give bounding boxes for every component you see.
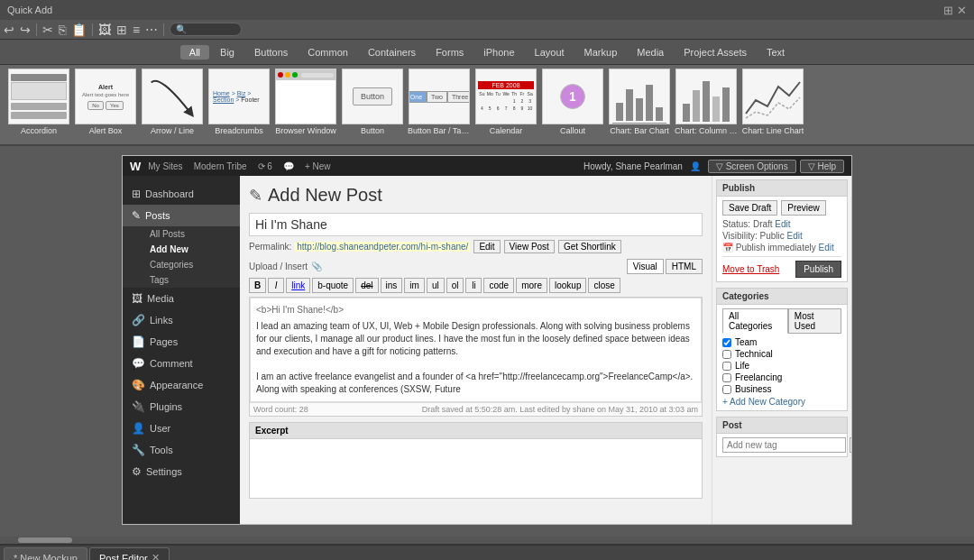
wp-menu-comment[interactable]: 💬 Comment	[123, 353, 240, 374]
paste-icon[interactable]: 📋	[71, 23, 87, 37]
wp-submenu-categories[interactable]: Categories	[141, 257, 240, 272]
wp-code-area[interactable]: <b>Hi I'm Shane!</b> I lead an amazing t…	[250, 298, 702, 402]
publish-time-edit[interactable]: Edit	[819, 243, 834, 252]
wp-nav-updates[interactable]: ⟳ 6	[258, 161, 272, 171]
move-to-trash-link[interactable]: Move to Trash	[722, 264, 779, 274]
comp-calendar[interactable]: FEB 2008 SuMoTu WeThFrSa 123 456 78910 C…	[474, 69, 538, 135]
wp-menu-tools[interactable]: 🔧 Tools	[123, 439, 240, 461]
wp-screen-options-btn[interactable]: ▽ Screen Options	[708, 160, 796, 173]
cat-markup[interactable]: Markup	[575, 45, 627, 60]
cat-technical-checkbox[interactable]	[722, 350, 731, 359]
grid-icon[interactable]: ⊞	[116, 23, 127, 37]
hscrollbar-thumb[interactable]	[18, 537, 72, 543]
wp-menu-appearance[interactable]: 🎨 Appearance	[123, 374, 240, 396]
comp-browserwindow[interactable]: Browser Window	[274, 69, 337, 135]
wp-html-btn[interactable]: HTML	[666, 259, 703, 274]
cat-all[interactable]: All	[180, 45, 209, 60]
wp-menu-media[interactable]: 🖼 Media	[123, 288, 240, 309]
cat-forms[interactable]: Forms	[427, 45, 473, 60]
cat-tab-all[interactable]: All Categories	[722, 308, 788, 334]
wp-tool-code[interactable]: code	[483, 278, 514, 293]
wp-tool-ins[interactable]: ins	[381, 278, 403, 293]
cat-iphone[interactable]: iPhone	[474, 45, 523, 60]
wp-submenu-addnew[interactable]: Add New	[141, 242, 240, 257]
more-icon[interactable]: ⋯	[145, 23, 158, 37]
comp-alertbox[interactable]: Alert Alert text goes here No Yes Alert …	[74, 69, 137, 135]
publish-visibility-edit[interactable]: Edit	[787, 231, 803, 241]
tag-input[interactable]	[722, 437, 846, 453]
upload-icon[interactable]: 📎	[311, 262, 322, 271]
cat-common[interactable]: Common	[299, 45, 357, 60]
image-icon[interactable]: 🖼	[98, 23, 111, 37]
comp-callout[interactable]: 1 Callout	[541, 69, 604, 135]
hscrollbar[interactable]	[0, 537, 974, 544]
comp-buttonbar[interactable]: One Two Three Button Bar / Tab ...	[408, 69, 471, 135]
wp-menu-settings[interactable]: ⚙ Settings	[123, 461, 240, 482]
cat-business-checkbox[interactable]	[722, 385, 731, 394]
cat-containers[interactable]: Containers	[359, 45, 425, 60]
wp-nav-tribe[interactable]: Modern Tribe	[194, 161, 247, 171]
tab-new-mockup[interactable]: * New Mockup	[4, 547, 87, 560]
wp-menu-links[interactable]: 🔗 Links	[123, 309, 240, 331]
wp-tool-lookup[interactable]: lookup	[549, 278, 586, 293]
tab-post-editor-close[interactable]: ✕	[152, 552, 160, 560]
toolbar-search[interactable]	[170, 23, 242, 36]
cat-freelancing-checkbox[interactable]	[722, 373, 731, 382]
wp-nav-new[interactable]: + New	[305, 161, 331, 171]
undo-icon[interactable]: ↩	[4, 23, 14, 37]
add-new-category-link[interactable]: + Add New Category	[722, 397, 805, 407]
comp-button[interactable]: Button Button	[341, 69, 404, 135]
excerpt-body[interactable]	[250, 439, 702, 498]
wp-nav-comments[interactable]: 💬	[283, 161, 294, 171]
cat-tab-mostused[interactable]: Most Used	[788, 308, 841, 334]
cat-buttons[interactable]: Buttons	[245, 45, 297, 60]
wp-tool-more[interactable]: more	[516, 278, 547, 293]
wp-submenu-allposts[interactable]: All Posts	[141, 226, 240, 242]
wp-menu-pages[interactable]: 📄 Pages	[123, 331, 240, 353]
wp-text-editor[interactable]: <b>Hi I'm Shane!</b> I lead an amazing t…	[249, 297, 703, 417]
wp-permalink-edit-btn[interactable]: Edit	[473, 240, 500, 253]
save-draft-btn[interactable]: Save Draft	[722, 200, 777, 216]
cat-team-checkbox[interactable]	[722, 338, 731, 347]
comp-accordion[interactable]: Accordion	[7, 69, 70, 135]
publish-btn[interactable]: Publish	[795, 261, 841, 278]
cat-life-checkbox[interactable]	[722, 362, 731, 371]
wp-shortlink-btn[interactable]: Get Shortlink	[558, 240, 621, 253]
wp-tool-bold[interactable]: B	[249, 278, 266, 293]
comp-arrowline[interactable]: Arrow / Line	[141, 69, 204, 135]
comp-columnchart[interactable]: Chart: Column C...	[675, 69, 738, 135]
wp-menu-plugins[interactable]: 🔌 Plugins	[123, 396, 240, 418]
wp-menu-user[interactable]: 👤 User	[123, 418, 240, 439]
wp-menu-posts[interactable]: ✎ Posts	[123, 205, 240, 226]
cat-project-assets[interactable]: Project Assets	[675, 45, 756, 60]
wp-tool-ol[interactable]: ol	[446, 278, 464, 293]
cut-icon[interactable]: ✂	[42, 23, 53, 37]
align-icon[interactable]: ≡	[133, 23, 140, 37]
wp-tool-img[interactable]: im	[404, 278, 425, 293]
cat-layout[interactable]: Layout	[526, 45, 574, 60]
wp-tool-bquote[interactable]: b-quote	[312, 278, 354, 293]
wp-tool-link[interactable]: link	[286, 278, 310, 293]
tag-add-btn[interactable]: Add	[850, 437, 851, 453]
wp-tool-del[interactable]: del	[355, 278, 378, 293]
cat-big[interactable]: Big	[211, 45, 244, 60]
tab-post-editor[interactable]: Post Editor ✕	[89, 547, 170, 560]
wp-visual-btn[interactable]: Visual	[627, 259, 664, 274]
wp-nav-mysites[interactable]: My Sites	[148, 161, 182, 171]
cat-text[interactable]: Text	[758, 45, 794, 60]
preview-btn[interactable]: Preview	[781, 200, 826, 216]
copy-icon[interactable]: ⎘	[59, 23, 66, 37]
publish-status-edit[interactable]: Edit	[775, 219, 790, 229]
wp-menu-dashboard[interactable]: ⊞ Dashboard	[123, 183, 240, 205]
wp-submenu-tags[interactable]: Tags	[141, 272, 240, 288]
wp-help-btn[interactable]: ▽ Help	[800, 160, 844, 173]
comp-linechart[interactable]: Chart: Line Chart	[741, 69, 804, 135]
wp-permalink-url[interactable]: http://blog.shaneandpeter.com/hi-m-shane…	[295, 242, 470, 252]
wp-tool-ul[interactable]: ul	[427, 278, 445, 293]
redo-icon[interactable]: ↪	[20, 23, 31, 37]
wp-post-title-input[interactable]	[249, 213, 703, 236]
wp-tool-italic[interactable]: I	[268, 278, 284, 293]
wp-view-post-btn[interactable]: View Post	[504, 240, 555, 253]
wp-tool-close[interactable]: close	[588, 278, 620, 293]
comp-barchart[interactable]: Chart: Bar Chart	[608, 69, 671, 135]
